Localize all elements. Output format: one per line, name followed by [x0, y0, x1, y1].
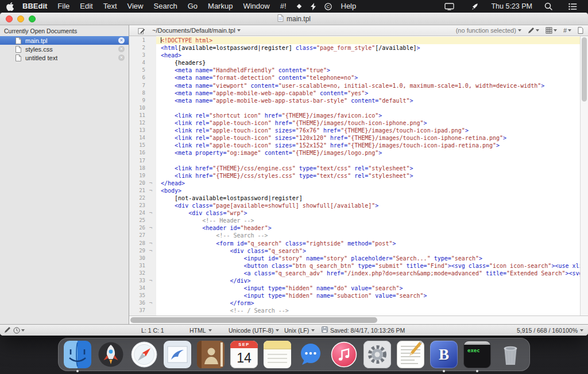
sidebar-document-styles-css[interactable]: styles.css× — [0, 45, 129, 53]
code-line-7[interactable]: 7 <meta name="viewport" content="user-sc… — [129, 82, 580, 89]
code-line-25[interactable]: 25 <!-- Header --> — [129, 217, 580, 224]
code-line-29[interactable]: 29¬ <div class="q_search"> — [129, 247, 580, 255]
code-line-9[interactable]: 9 <meta name="apple-mobile-web-app-statu… — [129, 97, 580, 104]
counter-menu[interactable]: # — [563, 27, 571, 34]
launcher-rocket-icon[interactable] — [466, 2, 483, 11]
fold-marker[interactable]: ¬ — [145, 209, 156, 217]
document-options-icon[interactable] — [578, 27, 583, 34]
title-bar[interactable]: main.tpl — [0, 13, 588, 25]
close-document-button[interactable]: × — [118, 46, 125, 52]
menu-help[interactable]: Help — [336, 0, 362, 13]
code-line-24[interactable]: 24¬ <div class="wrp"> — [129, 209, 580, 217]
code-line-19[interactable]: 19 <link href="{THEME}/css/styles.css" t… — [129, 172, 580, 180]
code-line-13[interactable]: 13 <link rel="apple-touch-icon" sizes="7… — [129, 127, 580, 134]
menu-text[interactable]: Text — [98, 0, 122, 13]
code-line-27[interactable]: 27 <!-- Search --> — [129, 232, 580, 239]
line-endings-menu[interactable]: Unix (LF) — [284, 325, 315, 336]
dock-bbedit-icon[interactable]: B — [430, 341, 458, 368]
dock-textedit-icon[interactable] — [397, 341, 424, 368]
code-line-10[interactable]: 10 — [129, 104, 580, 112]
clippings-icon[interactable]: C — [320, 3, 336, 10]
menu-bbedit[interactable]: BBEdit — [17, 0, 52, 13]
code-line-28[interactable]: 28¬ <form id="q_search" class="rightside… — [129, 240, 580, 247]
scripts-lightning-icon[interactable] — [307, 3, 320, 10]
code-line-8[interactable]: 8 <meta name="apple-mobile-web-app-capab… — [129, 89, 580, 97]
dock-trash-icon[interactable] — [497, 341, 524, 368]
file-path-menu[interactable]: ~/Documents/Default/main.tpl — [152, 27, 241, 34]
dock-launchpad-icon[interactable] — [97, 341, 125, 368]
menu-window[interactable]: Window — [238, 0, 274, 13]
fold-marker[interactable]: ¬ — [145, 224, 156, 232]
menu-go[interactable]: Go — [183, 0, 203, 13]
menu-shebang[interactable]: #! — [275, 0, 292, 13]
menu-view[interactable]: View — [122, 0, 149, 13]
menu-search[interactable]: Search — [149, 0, 183, 13]
sidebar-document-untitled-text[interactable]: untitled text× — [0, 53, 129, 62]
dock-finder-icon[interactable] — [64, 341, 91, 368]
fold-marker[interactable]: ¬ — [145, 247, 156, 255]
code-line-30[interactable]: 30 <input id="story" name="story" placeh… — [129, 255, 580, 262]
dock-itunes-icon[interactable] — [330, 341, 358, 368]
code-line-22[interactable]: 22 [not-available=lostpassword|register] — [129, 194, 580, 202]
fold-marker[interactable]: ¬ — [145, 240, 156, 247]
dock-safari-icon[interactable] — [130, 341, 158, 368]
menu-markup[interactable]: Markup — [203, 0, 238, 13]
dock-notes-icon[interactable] — [264, 341, 291, 368]
minimize-button[interactable] — [17, 15, 24, 22]
fold-marker[interactable]: ¬ — [145, 180, 156, 187]
close-document-button[interactable]: × — [118, 37, 125, 44]
code-line-31[interactable]: 31 <button class="btn q_search_btn" type… — [129, 262, 580, 270]
code-line-1[interactable]: 1<!DOCTYPE html> — [129, 37, 580, 44]
code-line-11[interactable]: 11 <link rel="shortcut icon" href="{THEM… — [129, 112, 580, 119]
code-line-21[interactable]: 21¬<body> — [129, 187, 580, 194]
menu-clock[interactable]: Thu 5:23 PM — [491, 2, 532, 10]
close-button[interactable] — [6, 15, 13, 22]
code-line-6[interactable]: 6 <meta name="format-detection" content=… — [129, 74, 580, 81]
sidebar-document-main-tpl[interactable]: main.tpl× — [0, 36, 129, 45]
fold-marker[interactable]: ¬ — [145, 187, 156, 194]
code-line-34[interactable]: 34 <input type="hidden" name="do" value=… — [129, 285, 580, 292]
code-line-4[interactable]: 4 {headers} — [129, 59, 580, 67]
code-line-2[interactable]: 2<html[available=lostpassword|register] … — [129, 44, 580, 52]
code-line-3[interactable]: 3<head> — [129, 52, 580, 59]
vertical-scrollbar-thumb[interactable] — [582, 37, 587, 102]
fold-marker[interactable]: ¬ — [145, 299, 156, 307]
close-document-button[interactable]: × — [118, 54, 125, 61]
horizontal-scrollbar-thumb[interactable] — [130, 317, 377, 323]
horizontal-scrollbar[interactable] — [129, 315, 588, 324]
recent-documents-icon[interactable] — [13, 327, 25, 334]
apple-menu-icon[interactable] — [2, 2, 17, 11]
markers-menu-icon[interactable] — [546, 27, 557, 34]
code-line-12[interactable]: 12 <link rel="apple-touch-icon" href="{T… — [129, 119, 580, 127]
spotlight-icon[interactable] — [540, 2, 556, 10]
code-line-26[interactable]: 26¬ <header id="header"> — [129, 224, 580, 232]
code-line-20[interactable]: 20¬</head> — [129, 180, 580, 187]
dock-system-preferences-icon[interactable] — [363, 341, 391, 368]
code-line-32[interactable]: 32 <a class="q_search_adv" href="/index.… — [129, 270, 580, 277]
scripts-diamond-icon[interactable] — [292, 3, 307, 10]
encoding-menu[interactable]: Unicode (UTF-8) — [229, 325, 279, 336]
dock-mail-icon[interactable] — [164, 341, 191, 368]
code-line-37[interactable]: 37 <!-- / Search --> — [129, 307, 580, 314]
dock-terminal-icon[interactable]: exec — [463, 341, 491, 368]
zoom-menu[interactable]: 100% — [562, 325, 583, 336]
code-line-5[interactable]: 5 <meta name="HandheldFriendly" content=… — [129, 67, 580, 74]
menu-file[interactable]: File — [52, 0, 75, 13]
code-line-14[interactable]: 14 <link rel="apple-touch-icon" sizes="1… — [129, 134, 580, 142]
code-line-33[interactable]: 33¬ </div> — [129, 277, 580, 285]
pencil-menu-icon[interactable] — [528, 27, 539, 34]
document-pencil-icon[interactable] — [134, 27, 149, 34]
dock-messages-icon[interactable] — [297, 341, 324, 368]
code-line-15[interactable]: 15 <link rel="apple-touch-icon" sizes="1… — [129, 142, 580, 149]
dock-contacts-icon[interactable] — [197, 341, 225, 368]
displays-icon[interactable] — [440, 3, 458, 10]
function-selector[interactable]: (no function selected) — [456, 27, 521, 34]
pencil-icon[interactable] — [4, 326, 11, 334]
code-line-17[interactable]: 17 — [129, 157, 580, 165]
menu-edit[interactable]: Edit — [75, 0, 98, 13]
code-line-18[interactable]: 18 <link href="{THEME}/css/engine.css" t… — [129, 165, 580, 172]
vertical-scrollbar[interactable] — [580, 36, 588, 315]
language-menu[interactable]: HTML — [189, 325, 212, 336]
notification-center-icon[interactable] — [564, 3, 581, 10]
fold-marker[interactable]: ¬ — [145, 277, 156, 285]
